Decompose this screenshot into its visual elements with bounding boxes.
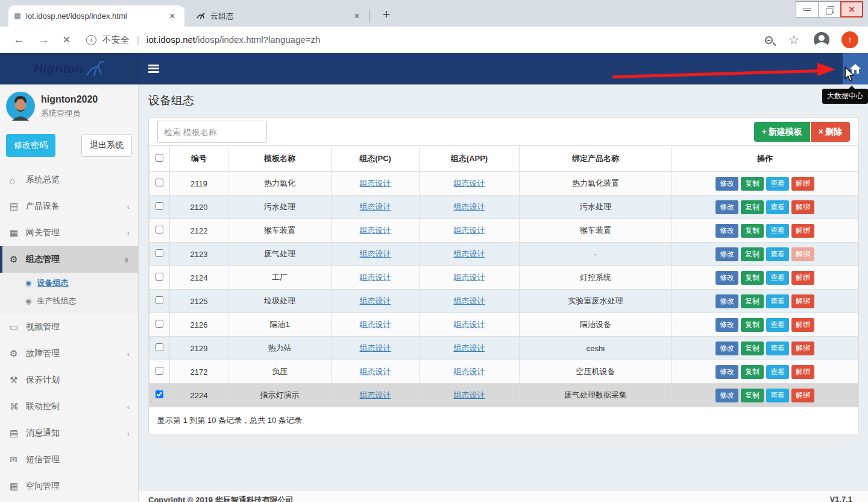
row-action-op-copy[interactable]: 复制: [741, 318, 764, 332]
browser-profile-avatar[interactable]: [814, 32, 829, 48]
pc-config-link[interactable]: 组态设计: [360, 320, 391, 329]
table-row[interactable]: 2126隔油1组态设计组态设计隔油设备修改复制查看解绑: [149, 313, 858, 337]
row-action-op-unbind[interactable]: 解绑: [791, 177, 814, 191]
table-row[interactable]: 2123废气处理组态设计组态设计-修改复制查看解绑: [149, 243, 858, 266]
app-config-link[interactable]: 组态设计: [454, 367, 485, 376]
pc-config-link[interactable]: 组态设计: [360, 202, 391, 211]
row-action-op-unbind[interactable]: 解绑: [791, 342, 814, 355]
row-action-op-view[interactable]: 查看: [766, 200, 789, 214]
back-icon[interactable]: ←: [13, 33, 25, 46]
row-action-op-unbind[interactable]: 解绑: [791, 294, 814, 308]
change-password-button[interactable]: 修改密码: [6, 134, 55, 157]
sidebar-item[interactable]: ⌂系统总览: [0, 167, 138, 193]
row-action-op-mod[interactable]: 修改: [715, 271, 738, 285]
table-row[interactable]: 2119热力氧化组态设计组态设计热力氧化装置修改复制查看解绑: [149, 172, 858, 195]
row-action-op-copy[interactable]: 复制: [741, 271, 764, 285]
row-action-op-mod[interactable]: 修改: [715, 365, 738, 379]
sidebar-item[interactable]: ▦网关管理‹: [0, 220, 138, 246]
row-action-op-view[interactable]: 查看: [766, 247, 789, 261]
row-action-op-mod[interactable]: 修改: [715, 318, 738, 332]
tab-close-icon[interactable]: ×: [351, 10, 363, 22]
new-tab-button[interactable]: +: [377, 6, 395, 24]
stop-icon[interactable]: ×: [63, 32, 71, 48]
row-action-op-copy[interactable]: 复制: [741, 294, 764, 308]
sidebar-item[interactable]: ⚙组态管理∨: [0, 246, 138, 273]
info-icon[interactable]: i: [86, 35, 96, 45]
row-action-op-copy[interactable]: 复制: [741, 247, 764, 261]
app-config-link[interactable]: 组态设计: [454, 320, 485, 329]
row-checkbox[interactable]: [156, 390, 163, 398]
sidebar-item[interactable]: ⚙故障管理‹: [0, 340, 138, 367]
app-config-link[interactable]: 组态设计: [454, 202, 485, 211]
url-display[interactable]: 不安全 | iot.idosp.net/idosp/index.html?lan…: [102, 34, 320, 46]
row-action-op-mod[interactable]: 修改: [715, 389, 738, 402]
row-checkbox[interactable]: [156, 202, 163, 210]
forward-icon[interactable]: →: [38, 33, 49, 46]
row-action-op-mod[interactable]: 修改: [715, 294, 738, 308]
pc-config-link[interactable]: 组态设计: [360, 226, 391, 235]
pc-config-link[interactable]: 组态设计: [360, 343, 391, 352]
app-config-link[interactable]: 组态设计: [454, 179, 485, 188]
app-config-link[interactable]: 组态设计: [454, 273, 485, 282]
sidebar-subitem[interactable]: ◉设备组态: [0, 274, 138, 292]
row-action-op-view[interactable]: 查看: [766, 342, 789, 355]
row-action-op-copy[interactable]: 复制: [741, 389, 764, 402]
table-row[interactable]: 2124工厂组态设计组态设计灯控系统修改复制查看解绑: [149, 266, 858, 290]
row-action-op-unbind[interactable]: 解绑: [791, 200, 814, 214]
restore-button[interactable]: [818, 1, 841, 17]
row-action-op-mod[interactable]: 修改: [715, 342, 738, 355]
minimize-button[interactable]: [796, 1, 819, 17]
tab-close-icon[interactable]: ×: [166, 10, 178, 22]
table-row[interactable]: 2120污水处理组态设计组态设计污水处理修改复制查看解绑: [149, 195, 858, 219]
row-action-op-view[interactable]: 查看: [766, 271, 789, 285]
pc-config-link[interactable]: 组态设计: [360, 390, 391, 399]
row-checkbox[interactable]: [156, 249, 163, 257]
zoom-out-icon[interactable]: [765, 36, 773, 44]
table-row[interactable]: 2125垃圾处理组态设计组态设计实验室废水处理修改复制查看解绑: [149, 290, 858, 313]
row-action-op-copy[interactable]: 复制: [741, 200, 764, 214]
row-checkbox[interactable]: [156, 273, 163, 281]
row-action-op-unbind[interactable]: 解绑: [791, 224, 814, 238]
sidebar-item[interactable]: ⚒保养计划: [0, 367, 138, 393]
row-checkbox[interactable]: [156, 179, 163, 186]
browser-tab-cloud[interactable]: 云组态 ×: [190, 5, 369, 27]
table-row[interactable]: 2129热力站组态设计组态设计ceshi修改复制查看解绑: [149, 337, 858, 360]
row-action-op-unbind[interactable]: 解绑: [791, 318, 814, 332]
row-action-op-mod[interactable]: 修改: [715, 200, 738, 214]
row-action-op-copy[interactable]: 复制: [741, 342, 764, 355]
app-config-link[interactable]: 组态设计: [454, 390, 485, 399]
select-all-checkbox[interactable]: [156, 154, 163, 162]
row-action-op-unbind[interactable]: 解绑: [791, 247, 814, 261]
sidebar-item[interactable]: ✉短信管理: [0, 446, 138, 473]
row-action-op-view[interactable]: 查看: [766, 389, 789, 402]
row-action-op-copy[interactable]: 复制: [741, 224, 764, 238]
delete-button[interactable]: ×删除: [811, 122, 850, 142]
sidebar-item[interactable]: ⌘联动控制‹: [0, 393, 138, 420]
row-action-op-view[interactable]: 查看: [766, 294, 789, 308]
pc-config-link[interactable]: 组态设计: [360, 273, 391, 282]
sidebar-item[interactable]: ▭视频管理: [0, 314, 138, 340]
row-action-op-mod[interactable]: 修改: [715, 224, 738, 238]
row-action-op-mod[interactable]: 修改: [715, 177, 738, 191]
row-action-op-unbind[interactable]: 解绑: [791, 389, 814, 402]
row-action-op-unbind[interactable]: 解绑: [791, 271, 814, 285]
row-action-op-copy[interactable]: 复制: [741, 365, 764, 379]
pc-config-link[interactable]: 组态设计: [360, 179, 391, 188]
bookmark-star-icon[interactable]: ☆: [788, 33, 799, 47]
row-action-op-mod[interactable]: 修改: [715, 247, 738, 261]
row-checkbox[interactable]: [156, 367, 163, 375]
hamburger-menu-icon[interactable]: [148, 63, 162, 75]
pc-config-link[interactable]: 组态设计: [360, 296, 391, 305]
sidebar-item[interactable]: ▤产品设备‹: [0, 193, 138, 220]
table-row[interactable]: 2122猴车装置组态设计组态设计猴车装置修改复制查看解绑: [149, 219, 858, 243]
sidebar-item[interactable]: ▤消息通知‹: [0, 420, 138, 446]
row-checkbox[interactable]: [156, 320, 163, 328]
new-template-button[interactable]: +新建模板: [754, 122, 810, 142]
row-action-op-copy[interactable]: 复制: [741, 177, 764, 191]
row-checkbox[interactable]: [156, 226, 163, 234]
row-action-op-unbind[interactable]: 解绑: [791, 365, 814, 379]
app-config-link[interactable]: 组态设计: [454, 343, 485, 352]
app-config-link[interactable]: 组态设计: [454, 226, 485, 235]
search-input[interactable]: [157, 121, 267, 143]
row-checkbox[interactable]: [156, 343, 163, 351]
